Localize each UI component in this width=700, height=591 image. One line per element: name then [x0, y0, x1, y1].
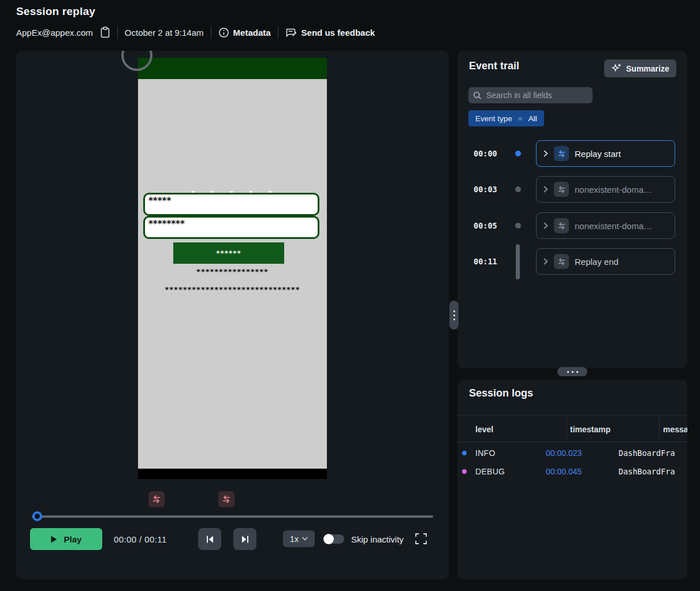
- event-timestamp: 00:03: [474, 185, 499, 194]
- drag-handle-icon: [453, 311, 455, 312]
- replay-event-icon: [554, 254, 569, 269]
- log-timestamp-link[interactable]: 00:00.045: [546, 462, 582, 481]
- column-header-timestamp[interactable]: timestamp: [570, 416, 610, 443]
- event-label: nonexistent-doma…: [575, 185, 652, 194]
- copy-clipboard-icon[interactable]: [100, 27, 110, 38]
- masked-login-button: ******: [173, 242, 284, 264]
- feedback-icon: [285, 27, 297, 38]
- event-trail-title: Event trail: [469, 60, 519, 72]
- swap-arrows-icon: [557, 257, 566, 266]
- log-level-dot: [462, 469, 467, 474]
- event-trail-panel: Event trail Summarize Event type = All 0…: [457, 51, 687, 368]
- chevron-down-icon: [302, 537, 308, 541]
- skip-back-icon: [205, 535, 215, 544]
- event-label: Replay start: [575, 149, 621, 159]
- event-label: nonexistent-doma…: [575, 221, 652, 231]
- toggle-knob: [323, 534, 334, 544]
- drag-handle-icon: [576, 371, 578, 373]
- network-event-marker[interactable]: [218, 491, 234, 507]
- vertical-resize-handle[interactable]: [449, 301, 459, 330]
- log-row-info[interactable]: INFO 00:00.023 DashBoardFra: [457, 444, 687, 462]
- search-input[interactable]: [485, 90, 588, 100]
- timeline-scrubber[interactable]: [32, 515, 433, 518]
- skip-inactivity-toggle[interactable]: [325, 534, 344, 544]
- session-logs-title: Session logs: [469, 387, 533, 399]
- skip-forward-button[interactable]: [233, 528, 256, 550]
- skip-forward-icon: [240, 535, 250, 544]
- event-label: Replay end: [575, 257, 619, 267]
- log-level: INFO: [475, 444, 496, 462]
- session-replay-page: Session replay AppEx@appex.com October 2…: [0, 0, 700, 591]
- log-level: DEBUG: [475, 462, 505, 481]
- divider: [278, 26, 278, 39]
- summarize-button[interactable]: Summarize: [604, 59, 676, 77]
- replay-date: October 2 at 9:14am: [125, 28, 204, 38]
- event-marker-dot: [515, 151, 521, 156]
- chevron-right-icon: [543, 258, 548, 265]
- event-type-filter-chip[interactable]: Event type = All: [468, 110, 544, 126]
- play-button[interactable]: Play: [30, 528, 102, 550]
- chip-value: All: [528, 114, 537, 123]
- event-card-replay-end[interactable]: Replay end: [536, 248, 675, 275]
- swap-arrows-icon: [152, 495, 161, 504]
- event-marker-dot: [515, 186, 521, 192]
- masked-password-input: ********: [143, 216, 319, 239]
- event-timestamp: 00:05: [474, 221, 499, 230]
- fullscreen-button[interactable]: [415, 533, 428, 545]
- logs-table-header: level timestamp message: [457, 415, 687, 442]
- masked-username-input: *****: [143, 193, 319, 216]
- event-card-network[interactable]: nonexistent-doma…: [536, 176, 675, 203]
- horizontal-resize-handle[interactable]: [557, 367, 587, 376]
- network-event-marker[interactable]: [148, 491, 165, 507]
- swap-arrows-icon: [222, 495, 231, 504]
- network-event-icon: [554, 218, 569, 233]
- replay-player-panel: ***** ***** ******** ****** ************…: [16, 51, 449, 579]
- chip-field: Event type: [475, 114, 512, 123]
- summarize-label: Summarize: [626, 64, 669, 73]
- chevron-right-icon: [543, 222, 548, 229]
- event-marker-dot: [515, 223, 521, 229]
- timeline-handle[interactable]: [32, 511, 42, 521]
- log-level-dot: [462, 451, 467, 455]
- event-timestamp: 00:11: [474, 257, 499, 266]
- log-message: DashBoardFra: [619, 462, 675, 481]
- event-marker-bar: [516, 244, 520, 279]
- column-header-level[interactable]: level: [475, 416, 493, 443]
- skip-back-button[interactable]: [198, 528, 221, 550]
- feedback-button[interactable]: Send us feedback: [285, 27, 375, 38]
- replay-app-navbar: [138, 469, 327, 479]
- event-card-network[interactable]: nonexistent-doma…: [536, 212, 675, 239]
- play-label: Play: [64, 534, 82, 544]
- search-icon: [473, 91, 482, 100]
- play-icon: [51, 536, 57, 543]
- speed-value: 1x: [290, 534, 299, 544]
- metadata-button[interactable]: Metadata: [218, 27, 271, 38]
- replay-viewport: ***** ***** ******** ****** ************…: [138, 58, 327, 479]
- log-row-debug[interactable]: DEBUG 00:00.045 DashBoardFra: [457, 462, 687, 481]
- event-search-box[interactable]: [468, 87, 593, 103]
- session-logs-panel: Session logs level timestamp message INF…: [457, 380, 687, 579]
- event-timestamp: 00:00: [474, 149, 499, 158]
- skip-inactivity-label: Skip inactivity: [351, 528, 404, 550]
- replay-app-header: [138, 58, 327, 79]
- drag-handle-icon: [453, 319, 455, 320]
- chip-operator: =: [518, 114, 523, 123]
- replay-id: AppEx@appex.com: [16, 28, 93, 38]
- log-message: DashBoardFra: [619, 444, 675, 462]
- sparkle-icon: [611, 63, 621, 73]
- drag-handle-icon: [572, 371, 574, 373]
- drag-handle-icon: [567, 371, 569, 373]
- replay-app-body: ***** ***** ******** ****** ************…: [138, 79, 327, 469]
- log-timestamp-link[interactable]: 00:00.023: [546, 444, 582, 462]
- event-card-replay-start[interactable]: Replay start: [536, 140, 675, 167]
- playback-speed-select[interactable]: 1x: [283, 530, 315, 547]
- chevron-right-icon: [543, 150, 548, 157]
- fullscreen-icon: [415, 533, 427, 544]
- divider: [117, 26, 118, 39]
- network-event-icon: [554, 182, 569, 197]
- replay-meta-row: AppEx@appex.com October 2 at 9:14am Meta…: [16, 25, 375, 40]
- column-divider: [567, 416, 567, 443]
- chevron-right-icon: [543, 186, 548, 193]
- masked-link-1: ****************: [138, 267, 327, 276]
- column-header-message[interactable]: message: [663, 416, 687, 443]
